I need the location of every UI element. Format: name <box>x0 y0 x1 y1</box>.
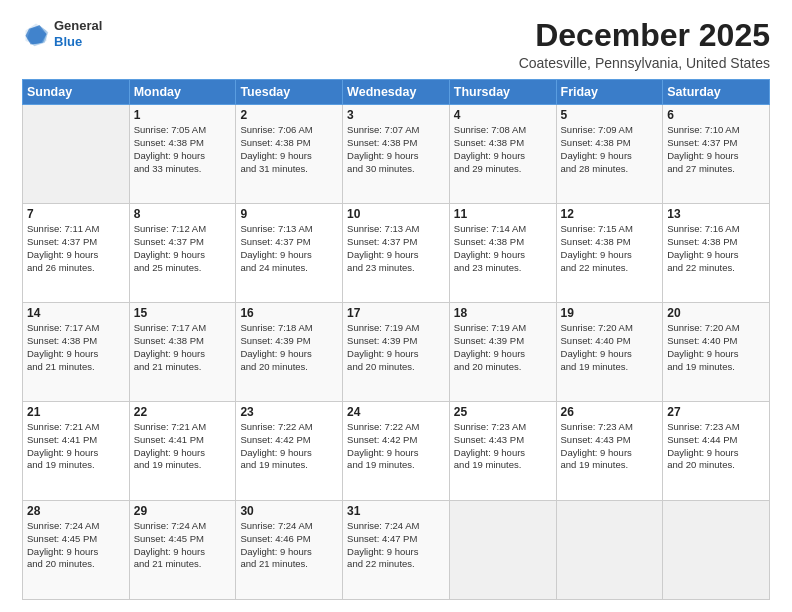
calendar-cell: 2Sunrise: 7:06 AM Sunset: 4:38 PM Daylig… <box>236 105 343 204</box>
calendar-week-5: 28Sunrise: 7:24 AM Sunset: 4:45 PM Dayli… <box>23 501 770 600</box>
day-number: 11 <box>454 207 552 221</box>
day-header-saturday: Saturday <box>663 80 770 105</box>
calendar-week-2: 7Sunrise: 7:11 AM Sunset: 4:37 PM Daylig… <box>23 204 770 303</box>
calendar-cell: 28Sunrise: 7:24 AM Sunset: 4:45 PM Dayli… <box>23 501 130 600</box>
logo-text: General Blue <box>54 18 102 49</box>
cell-content: Sunrise: 7:23 AM Sunset: 4:44 PM Dayligh… <box>667 421 765 472</box>
day-number: 18 <box>454 306 552 320</box>
cell-content: Sunrise: 7:20 AM Sunset: 4:40 PM Dayligh… <box>561 322 659 373</box>
day-number: 1 <box>134 108 232 122</box>
day-number: 30 <box>240 504 338 518</box>
calendar-week-3: 14Sunrise: 7:17 AM Sunset: 4:38 PM Dayli… <box>23 303 770 402</box>
calendar-cell: 23Sunrise: 7:22 AM Sunset: 4:42 PM Dayli… <box>236 402 343 501</box>
calendar-cell: 13Sunrise: 7:16 AM Sunset: 4:38 PM Dayli… <box>663 204 770 303</box>
day-number: 3 <box>347 108 445 122</box>
calendar-cell: 7Sunrise: 7:11 AM Sunset: 4:37 PM Daylig… <box>23 204 130 303</box>
calendar-cell: 30Sunrise: 7:24 AM Sunset: 4:46 PM Dayli… <box>236 501 343 600</box>
cell-content: Sunrise: 7:24 AM Sunset: 4:45 PM Dayligh… <box>134 520 232 571</box>
day-number: 16 <box>240 306 338 320</box>
day-number: 22 <box>134 405 232 419</box>
cell-content: Sunrise: 7:12 AM Sunset: 4:37 PM Dayligh… <box>134 223 232 274</box>
day-number: 10 <box>347 207 445 221</box>
calendar-cell: 18Sunrise: 7:19 AM Sunset: 4:39 PM Dayli… <box>449 303 556 402</box>
cell-content: Sunrise: 7:23 AM Sunset: 4:43 PM Dayligh… <box>454 421 552 472</box>
calendar-cell <box>556 501 663 600</box>
day-number: 29 <box>134 504 232 518</box>
calendar-cell: 24Sunrise: 7:22 AM Sunset: 4:42 PM Dayli… <box>343 402 450 501</box>
cell-content: Sunrise: 7:07 AM Sunset: 4:38 PM Dayligh… <box>347 124 445 175</box>
calendar-cell: 25Sunrise: 7:23 AM Sunset: 4:43 PM Dayli… <box>449 402 556 501</box>
calendar-table: SundayMondayTuesdayWednesdayThursdayFrid… <box>22 79 770 600</box>
calendar-cell: 21Sunrise: 7:21 AM Sunset: 4:41 PM Dayli… <box>23 402 130 501</box>
calendar-cell: 3Sunrise: 7:07 AM Sunset: 4:38 PM Daylig… <box>343 105 450 204</box>
days-header-row: SundayMondayTuesdayWednesdayThursdayFrid… <box>23 80 770 105</box>
title-block: December 2025 Coatesville, Pennsylvania,… <box>519 18 770 71</box>
cell-content: Sunrise: 7:19 AM Sunset: 4:39 PM Dayligh… <box>347 322 445 373</box>
calendar-cell: 6Sunrise: 7:10 AM Sunset: 4:37 PM Daylig… <box>663 105 770 204</box>
cell-content: Sunrise: 7:14 AM Sunset: 4:38 PM Dayligh… <box>454 223 552 274</box>
calendar-cell <box>23 105 130 204</box>
cell-content: Sunrise: 7:22 AM Sunset: 4:42 PM Dayligh… <box>240 421 338 472</box>
cell-content: Sunrise: 7:15 AM Sunset: 4:38 PM Dayligh… <box>561 223 659 274</box>
day-number: 14 <box>27 306 125 320</box>
day-header-wednesday: Wednesday <box>343 80 450 105</box>
cell-content: Sunrise: 7:10 AM Sunset: 4:37 PM Dayligh… <box>667 124 765 175</box>
calendar-body: 1Sunrise: 7:05 AM Sunset: 4:38 PM Daylig… <box>23 105 770 600</box>
day-number: 23 <box>240 405 338 419</box>
cell-content: Sunrise: 7:21 AM Sunset: 4:41 PM Dayligh… <box>27 421 125 472</box>
day-number: 2 <box>240 108 338 122</box>
day-number: 27 <box>667 405 765 419</box>
calendar-cell: 12Sunrise: 7:15 AM Sunset: 4:38 PM Dayli… <box>556 204 663 303</box>
day-number: 6 <box>667 108 765 122</box>
day-number: 13 <box>667 207 765 221</box>
calendar-header: SundayMondayTuesdayWednesdayThursdayFrid… <box>23 80 770 105</box>
calendar-cell: 27Sunrise: 7:23 AM Sunset: 4:44 PM Dayli… <box>663 402 770 501</box>
day-number: 12 <box>561 207 659 221</box>
calendar-cell: 22Sunrise: 7:21 AM Sunset: 4:41 PM Dayli… <box>129 402 236 501</box>
day-number: 15 <box>134 306 232 320</box>
cell-content: Sunrise: 7:24 AM Sunset: 4:47 PM Dayligh… <box>347 520 445 571</box>
calendar-cell: 20Sunrise: 7:20 AM Sunset: 4:40 PM Dayli… <box>663 303 770 402</box>
cell-content: Sunrise: 7:13 AM Sunset: 4:37 PM Dayligh… <box>240 223 338 274</box>
calendar-cell: 26Sunrise: 7:23 AM Sunset: 4:43 PM Dayli… <box>556 402 663 501</box>
cell-content: Sunrise: 7:20 AM Sunset: 4:40 PM Dayligh… <box>667 322 765 373</box>
calendar-cell: 19Sunrise: 7:20 AM Sunset: 4:40 PM Dayli… <box>556 303 663 402</box>
day-number: 26 <box>561 405 659 419</box>
day-header-thursday: Thursday <box>449 80 556 105</box>
calendar-week-1: 1Sunrise: 7:05 AM Sunset: 4:38 PM Daylig… <box>23 105 770 204</box>
logo-icon <box>22 20 50 48</box>
day-number: 19 <box>561 306 659 320</box>
calendar-cell: 16Sunrise: 7:18 AM Sunset: 4:39 PM Dayli… <box>236 303 343 402</box>
calendar-cell <box>663 501 770 600</box>
calendar-cell: 10Sunrise: 7:13 AM Sunset: 4:37 PM Dayli… <box>343 204 450 303</box>
cell-content: Sunrise: 7:16 AM Sunset: 4:38 PM Dayligh… <box>667 223 765 274</box>
logo: General Blue <box>22 18 102 49</box>
cell-content: Sunrise: 7:05 AM Sunset: 4:38 PM Dayligh… <box>134 124 232 175</box>
day-header-friday: Friday <box>556 80 663 105</box>
subtitle: Coatesville, Pennsylvania, United States <box>519 55 770 71</box>
day-number: 8 <box>134 207 232 221</box>
calendar-cell: 14Sunrise: 7:17 AM Sunset: 4:38 PM Dayli… <box>23 303 130 402</box>
day-number: 31 <box>347 504 445 518</box>
main-title: December 2025 <box>519 18 770 53</box>
calendar-cell: 4Sunrise: 7:08 AM Sunset: 4:38 PM Daylig… <box>449 105 556 204</box>
calendar-cell <box>449 501 556 600</box>
cell-content: Sunrise: 7:08 AM Sunset: 4:38 PM Dayligh… <box>454 124 552 175</box>
day-number: 9 <box>240 207 338 221</box>
calendar-cell: 15Sunrise: 7:17 AM Sunset: 4:38 PM Dayli… <box>129 303 236 402</box>
cell-content: Sunrise: 7:13 AM Sunset: 4:37 PM Dayligh… <box>347 223 445 274</box>
day-number: 24 <box>347 405 445 419</box>
cell-content: Sunrise: 7:06 AM Sunset: 4:38 PM Dayligh… <box>240 124 338 175</box>
day-number: 7 <box>27 207 125 221</box>
day-number: 4 <box>454 108 552 122</box>
day-number: 28 <box>27 504 125 518</box>
calendar-cell: 8Sunrise: 7:12 AM Sunset: 4:37 PM Daylig… <box>129 204 236 303</box>
cell-content: Sunrise: 7:23 AM Sunset: 4:43 PM Dayligh… <box>561 421 659 472</box>
calendar-cell: 31Sunrise: 7:24 AM Sunset: 4:47 PM Dayli… <box>343 501 450 600</box>
calendar-cell: 5Sunrise: 7:09 AM Sunset: 4:38 PM Daylig… <box>556 105 663 204</box>
cell-content: Sunrise: 7:17 AM Sunset: 4:38 PM Dayligh… <box>134 322 232 373</box>
cell-content: Sunrise: 7:09 AM Sunset: 4:38 PM Dayligh… <box>561 124 659 175</box>
calendar-cell: 9Sunrise: 7:13 AM Sunset: 4:37 PM Daylig… <box>236 204 343 303</box>
calendar-week-4: 21Sunrise: 7:21 AM Sunset: 4:41 PM Dayli… <box>23 402 770 501</box>
cell-content: Sunrise: 7:17 AM Sunset: 4:38 PM Dayligh… <box>27 322 125 373</box>
